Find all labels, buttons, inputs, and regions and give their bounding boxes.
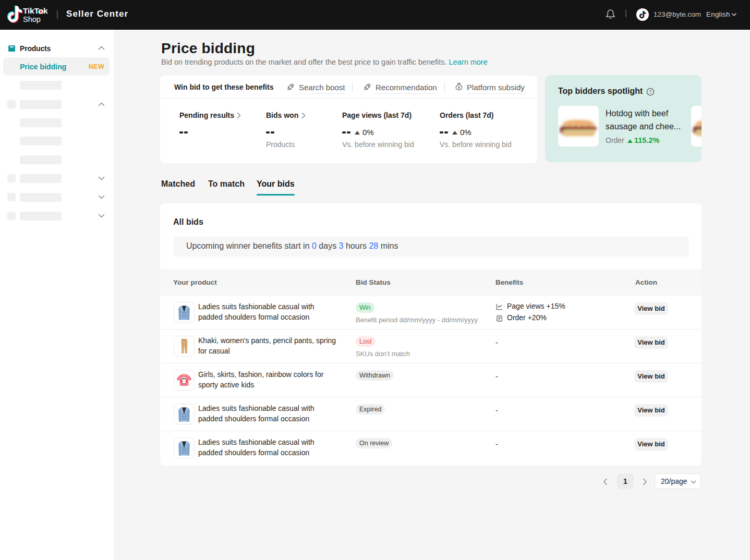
svg-text:?: ? [649, 89, 651, 94]
